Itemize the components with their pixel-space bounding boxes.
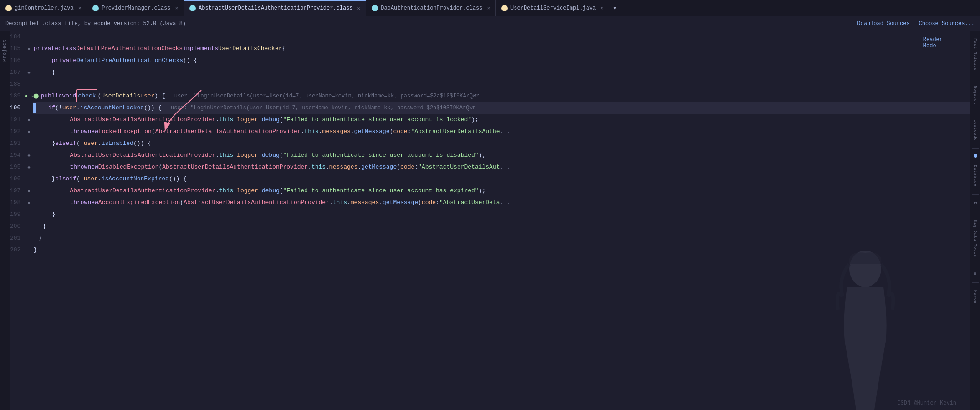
sidebar-tab-m[interactable]: m (972, 269, 979, 279)
debug-hint-189: user: "LoginUserDetails(user=User(id=7, … (174, 90, 480, 102)
tab-label: ginController.java (15, 5, 74, 11)
gutter-column: ◆ ◆ ● ⬦ − ◆ ◆ ◆ ◆ ◆ ◆ (24, 31, 33, 410)
code-line-189: ⬤ public void check ( UserDetails user )… (33, 90, 970, 102)
tab-abstractuserdetails[interactable]: AbstractUserDetailsAuthenticationProvide… (184, 0, 366, 16)
reader-mode-button[interactable]: Reader Mode (923, 36, 943, 49)
code-line-200: } (33, 220, 970, 232)
close-icon[interactable]: ✕ (487, 5, 490, 11)
sidebar-tab-request[interactable]: Request (972, 82, 979, 108)
gutter-row (24, 244, 33, 256)
code-line-197: AbstractUserDetailsAuthenticationProvide… (33, 185, 970, 197)
tab-label: UserDetailServiceImpl.java (510, 5, 596, 11)
gutter-row: − (24, 102, 33, 114)
close-icon[interactable]: ✕ (78, 5, 82, 11)
watermark: CSDN @Hunter_Kevin (897, 400, 956, 406)
debug-hint-190: user: "LoginUserDetails(user=User(id=7, … (171, 102, 476, 114)
tab-providermanager[interactable]: ProviderManager.class ✕ (87, 0, 184, 16)
line-number: 193 (10, 138, 24, 149)
gutter-row (24, 31, 33, 43)
code-line-186: private DefaultPreAuthenticationChecks (… (33, 55, 970, 67)
code-lines: private class DefaultPreAuthenticationCh… (33, 31, 970, 410)
notification-dot (974, 154, 977, 158)
sidebar-tab-leetcode[interactable]: Leetcode (972, 116, 979, 144)
close-icon[interactable]: ✕ (600, 5, 603, 11)
gutter-row (24, 138, 33, 149)
line-numbers: 184 185 186 187 188 189 190 191 192 193 … (10, 31, 24, 410)
class-file-icon (92, 5, 99, 11)
sidebar-tab-bigdata[interactable]: Big Data Tools (972, 216, 979, 261)
line-number: 192 (10, 126, 24, 138)
sidebar-tab-d[interactable]: D (972, 198, 979, 208)
gutter-row (24, 78, 33, 90)
left-panel: Project (0, 31, 10, 410)
line-number: 196 (10, 173, 24, 185)
close-icon[interactable]: ✕ (175, 5, 178, 11)
tab-daoauthenticationprovider[interactable]: DaoAuthenticationProvider.class ✕ (366, 0, 496, 16)
sidebar-tab-fast-release[interactable]: Fast Release (972, 35, 979, 74)
code-line-195: throw new DisabledException ( AbstractUs… (33, 161, 970, 173)
code-editor[interactable]: Reader Mode 184 185 186 187 188 189 190 … (10, 31, 970, 410)
code-line-190: if (! user . isAccountNonLocked ()) { us… (33, 102, 970, 114)
java-file-icon (501, 5, 508, 11)
code-line-201: } (33, 232, 970, 244)
info-bar: Decompiled .class file, bytecode version… (0, 16, 980, 31)
download-sources-link[interactable]: Download Sources (857, 20, 909, 27)
code-line-193: } else if (! user . isEnabled ()) { (33, 138, 970, 149)
tab-label: AbstractUserDetailsAuthenticationProvide… (199, 5, 352, 11)
line-number: 200 (10, 220, 24, 232)
gutter-row (24, 232, 33, 244)
line-number: 186 (10, 55, 24, 67)
code-line-194: AbstractUserDetailsAuthenticationProvide… (33, 149, 970, 161)
code-line-198: throw new AccountExpiredException ( Abst… (33, 197, 970, 209)
line-number: 198 (10, 197, 24, 209)
gutter-row: ◆ (24, 161, 33, 173)
decompile-info: Decompiled .class file, bytecode version… (5, 20, 186, 27)
code-line-185: private class DefaultPreAuthenticationCh… (33, 43, 970, 55)
highlighted-check: check (76, 89, 97, 103)
gutter-row: ◆ (24, 149, 33, 161)
tab-bar: ginController.java ✕ ProviderManager.cla… (0, 0, 980, 16)
sidebar-tab-maven[interactable]: Maven (972, 287, 979, 308)
gutter-row: ◆ (24, 185, 33, 197)
line-number: 185 (10, 43, 24, 55)
project-label: Project (2, 39, 7, 62)
gutter-row (24, 55, 33, 67)
line-number: 191 (10, 114, 24, 126)
code-line-202: } (33, 244, 970, 256)
tab-gincontroller[interactable]: ginController.java ✕ (0, 0, 87, 16)
class-file-icon (372, 5, 378, 11)
line-number: 199 (10, 209, 24, 220)
main-area: Project Reader Mode 184 185 186 187 188 … (0, 31, 980, 410)
tab-userdetailserviceimpl[interactable]: UserDetailServiceImpl.java ✕ (496, 0, 609, 16)
gutter-row: ◆ (24, 67, 33, 78)
line-number: 195 (10, 161, 24, 173)
line-number: 188 (10, 78, 24, 90)
code-content: 184 185 186 187 188 189 190 191 192 193 … (10, 31, 970, 410)
class-file-icon (189, 5, 196, 11)
line-number: 189 (10, 90, 24, 102)
code-line-184 (33, 31, 970, 43)
gutter-row: ◆ (24, 114, 33, 126)
java-file-icon (5, 5, 12, 11)
gutter-row: ◆ (24, 43, 33, 55)
more-tabs-button[interactable]: ▾ (609, 4, 620, 12)
gutter-row: ● ⬦ (24, 90, 33, 102)
choose-sources-link[interactable]: Choose Sources... (919, 20, 975, 27)
right-sidebar: Fast Release Request Leetcode Database D… (970, 31, 980, 410)
line-number-current: 190 (10, 102, 24, 114)
line-number: 197 (10, 185, 24, 197)
code-line-188 (33, 78, 970, 90)
breakpoint-icon[interactable]: ● (25, 93, 28, 99)
code-line-199: } (33, 209, 970, 220)
gutter-row (24, 220, 33, 232)
close-icon[interactable]: ✕ (357, 5, 361, 11)
gutter-row (24, 173, 33, 185)
gutter-row: ◆ (24, 126, 33, 138)
code-line-196: } else if (! user . isAccountNonExpired … (33, 173, 970, 185)
code-line-192: throw new LockedException ( AbstractUser… (33, 126, 970, 138)
line-number: 184 (10, 31, 24, 43)
code-line-187: } (33, 67, 970, 78)
tab-label: DaoAuthenticationProvider.class (381, 5, 482, 11)
tab-label: ProviderManager.class (102, 5, 170, 11)
sidebar-tab-database[interactable]: Database (972, 161, 979, 190)
